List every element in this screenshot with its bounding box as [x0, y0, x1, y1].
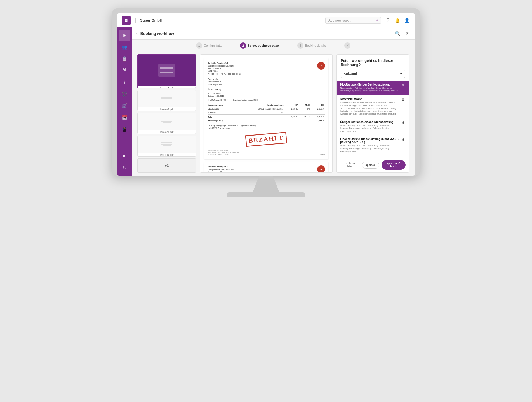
table-row-total: Total 1,827.50 154.20 2,082.00 — [208, 115, 325, 119]
doc-header-row-1: Schindler Aufzüge AG Zweigniederlassung … — [208, 62, 325, 75]
invoice-thumb-1-inner — [138, 90, 196, 107]
doc-total-label: Total — [208, 115, 284, 119]
aufwand-dropdown[interactable]: Aufwand ▾ — [341, 70, 405, 78]
mini-line-2 — [160, 67, 173, 68]
doc-bic-value: UBSWCHZH80A — [217, 154, 229, 155]
doc-invoice-mwst — [299, 119, 310, 122]
business-case-options: KLARA tipp: übriger Betriebsaufwand Nebe… — [337, 81, 409, 157]
doc-page-1: Schindler Aufzüge AG Zweigniederlassung … — [204, 58, 328, 159]
business-panel: Peter, worum geht es in dieser Rechnung?… — [336, 54, 409, 173]
invoice-thumb-1[interactable]: Invoice1.pdf 11.9.2017 — [137, 90, 196, 111]
invoice-thumb-3[interactable]: Invoice1.pdf 11.9.2017 — [137, 136, 196, 157]
doc-td-zeitraum: vom 01.01.2017 bis 31.12.2017 — [237, 107, 284, 111]
app-logo: ⊞ — [122, 16, 131, 25]
invoice-thumb-3-footer: Invoice1.pdf 11.9.2017 — [138, 153, 196, 157]
bezahlt-stamp: BEZAHLT — [245, 132, 287, 146]
topbar-icons: ? 🔔 👤 — [385, 17, 410, 24]
search-icon[interactable]: 🔍 — [394, 30, 401, 37]
page-title: Booking workflow — [140, 31, 391, 36]
doc-th-mwst: MwSt — [299, 103, 310, 107]
company-name: Super GmbH — [140, 18, 322, 22]
doc-invoice-label: Rechnungsbetrag — [208, 119, 284, 122]
materialaufwand-desc: Materialeinkauf, Einkauf Bestandteile, E… — [340, 101, 399, 116]
sidebar-item-currency[interactable]: 💱 — [119, 88, 130, 100]
help-icon[interactable]: ? — [385, 17, 391, 24]
sidebar-item-documents[interactable]: 📋 — [119, 53, 130, 64]
main-layout: ⊞ 👥 📋 🏛 ℹ 💱 🛒 📅 📱 K ↻ — [117, 27, 415, 176]
doc-title: Rechnung — [208, 88, 325, 91]
sidebar-item-cart[interactable]: 🛒 — [119, 100, 130, 111]
invoice-thumb-3-date: 11.9.2017 — [161, 156, 172, 157]
step-line-3 — [328, 46, 342, 46]
task-search-placeholder: Add new task... — [328, 18, 375, 22]
continue-later-button[interactable]: continue later — [340, 160, 360, 170]
subheader: ‹ Booking workflow 🔍 ⧖ — [132, 27, 415, 40]
klara-tip-content: KLARA tipp: übriger Betriebsaufwand Nebe… — [340, 83, 399, 93]
doc-company-info: Schindler Aufzüge AG Zweigniederlassung … — [208, 62, 241, 75]
monitor-stand-neck — [249, 176, 283, 192]
doc-iban-value: CH88 0020 6036 0734 1988 0 — [217, 152, 239, 153]
doc-td-total2 — [310, 111, 325, 115]
finanzaufwand-content: Finanzaufwand Dienstleistung (nicht MWST… — [340, 138, 399, 153]
doc-total-chf: 1,827.50 — [284, 115, 299, 119]
sidebar-item-klara[interactable]: K — [119, 150, 130, 162]
monitor-stand-base — [227, 192, 305, 197]
approve-button[interactable]: approve — [362, 162, 379, 169]
doc-bic: BIC/SWIFT: UBSWCHZH80A — [208, 153, 239, 156]
add-task-icon[interactable]: + — [376, 18, 378, 22]
sidebar-item-home[interactable]: ⊞ — [119, 30, 130, 41]
doc-number: Nr: 200462024 — [208, 92, 325, 95]
approve-and-book-button[interactable]: approve & book — [382, 160, 406, 170]
more-invoices-badge[interactable]: +3 — [137, 158, 196, 173]
sidebar-item-calendar[interactable]: 📅 — [119, 112, 130, 123]
task-search-box[interactable]: Add new task... + — [325, 17, 381, 24]
back-button[interactable]: ‹ — [136, 31, 138, 36]
notification-icon[interactable]: 🔔 — [394, 17, 401, 24]
step-1-circle: 1 — [196, 42, 202, 49]
sidebar-item-bank[interactable]: 🏛 — [119, 65, 130, 76]
invoice-thumb-selected[interactable]: Invoice1.pdf 11.9.2017 — [137, 54, 196, 88]
doc-logo: S — [317, 62, 325, 70]
invoice-thumb-2-inner — [138, 113, 196, 130]
step-2: 2 Select business case — [240, 42, 279, 49]
finanzaufwand-desc: Miete, Leasing Immobilien, Mietentrag Un… — [340, 144, 399, 153]
invoice-thumb-2-date: 11.9.2017 — [161, 133, 172, 134]
doc-invoice-amount: 2,082.00 — [310, 119, 325, 122]
invoice-thumb-header — [138, 55, 196, 86]
doc-total-amount: 2,082.00 — [310, 115, 325, 119]
doc-page-num: Seite 1 — [320, 153, 325, 156]
doc-invoice-chf — [284, 119, 299, 122]
doc-th-zeitraum: Leistungszeitraum — [237, 103, 284, 107]
invoice-thumb-3-inner — [138, 136, 196, 153]
user-icon[interactable]: 👤 — [404, 17, 410, 24]
sidebar-item-mobile[interactable]: 📱 — [119, 124, 130, 135]
klara-select-icon: ⊕ — [401, 83, 406, 87]
doc-th-vorgangsnummer: Vorgangsnummer — [208, 103, 237, 107]
klara-tip-desc: Nebenkosten, Reinigung, Unterhalt Geschä… — [340, 87, 399, 93]
business-panel-footer: continue later approve approve & book — [337, 157, 409, 172]
filter-icon[interactable]: ⧖ — [404, 30, 410, 37]
doc-date: Datum: 14.11.2016 — [208, 95, 325, 98]
chevron-down-icon: ▾ — [400, 72, 402, 76]
doc-ref-label: Ihre Referenz: — [208, 99, 220, 101]
option-finanzaufwand[interactable]: Finanzaufwand Dienstleistung (nicht MWST… — [337, 135, 409, 155]
sidebar-item-sync[interactable]: ↻ — [119, 162, 130, 173]
doc-company-phone: Tel 032 060 44 40 Fax: 032 060 40 42 — [208, 73, 241, 75]
doc-company-name-2: Schindler Aufzüge AG — [208, 165, 241, 168]
sidebar-item-users[interactable]: 👥 — [119, 41, 130, 53]
invoice-thumb-2[interactable]: Invoice1.pdf 11.9.2017 — [137, 113, 196, 134]
doc-company-address: Haardstrasse 60 — [208, 67, 241, 70]
klara-tip-option[interactable]: KLARA tipp: übriger Betriebsaufwand Nebe… — [337, 81, 409, 95]
doc-th-chf2: CHF — [310, 103, 325, 107]
option-materialaufwand[interactable]: Materialaufwand Materialeinkauf, Einkauf… — [337, 95, 409, 118]
doc-recipient-street: Salbeistrasse 43 — [208, 81, 325, 83]
uebriger-icon: ⊕ — [401, 120, 406, 124]
invoice-thumb-1-date: 11.9.2017 — [161, 111, 172, 111]
doc-header-row-2: Schindler Aufzüge AG Zweigniederlassung … — [208, 165, 325, 172]
option-uebriger[interactable]: Übriger Betriebsaufwand Dienstleistung M… — [337, 118, 409, 135]
mini-line-1 — [160, 66, 173, 66]
sidebar-item-info[interactable]: ℹ — [119, 77, 130, 88]
step-line-2 — [281, 46, 295, 46]
step-4-circle: ✓ — [344, 42, 350, 49]
sidebar: ⊞ 👥 📋 🏛 ℹ 💱 🛒 📅 📱 K ↻ — [117, 27, 132, 176]
